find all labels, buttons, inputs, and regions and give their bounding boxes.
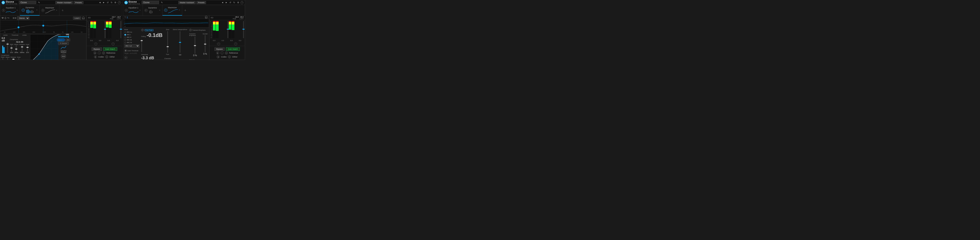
codec-icon-3[interactable]: ⊕ bbox=[216, 52, 219, 54]
presets-btn-2[interactable]: Presets bbox=[196, 1, 206, 4]
info-icon-2[interactable]: ⓘ bbox=[225, 52, 228, 54]
attack-slider-2[interactable] bbox=[7, 58, 8, 60]
redo-btn-2[interactable] bbox=[233, 1, 236, 4]
io-link-btn-r-2[interactable]: ↔ bbox=[234, 43, 237, 46]
output-fader-1[interactable] bbox=[121, 21, 121, 38]
module-eq1-close-p2[interactable]: ✕ bbox=[139, 9, 141, 11]
io-link-btn-r[interactable]: ↔ bbox=[111, 43, 115, 46]
redo-btn-1[interactable] bbox=[110, 1, 113, 4]
bypass-btn-2[interactable]: Bypass bbox=[215, 47, 225, 51]
codec-icon-1[interactable]: ⊕ bbox=[93, 52, 96, 54]
transient-slider[interactable] bbox=[194, 36, 196, 54]
output-val-r-2: 0.0 bbox=[239, 39, 241, 41]
gear-btn-1[interactable] bbox=[114, 1, 117, 4]
irc-i-option[interactable]: IRC I bbox=[124, 34, 140, 36]
true-peak-icon[interactable]: ⓘ bbox=[141, 29, 144, 32]
bypass-btn-1[interactable]: Bypass bbox=[92, 47, 102, 51]
irc-ll-option[interactable]: IRC LL bbox=[124, 31, 140, 33]
help-btn-2[interactable] bbox=[240, 1, 243, 4]
codec-ref-row-1: ⊕ ↔ ⓘ Reference bbox=[93, 52, 115, 54]
tool-icon-3[interactable]: 〜 bbox=[7, 16, 10, 20]
irc-iv-option[interactable]: IRC IV bbox=[124, 41, 140, 43]
arrow-icon-1[interactable]: ↔ bbox=[98, 52, 101, 54]
module-maximizer-close-p2[interactable]: ✕ bbox=[179, 9, 180, 11]
module-dynamics-close[interactable]: ✕ bbox=[36, 9, 38, 11]
undo-btn-2[interactable] bbox=[229, 1, 232, 4]
band1-btn[interactable]: Band 1 bbox=[57, 38, 65, 41]
transient-emphasis-icon[interactable]: ⓘ bbox=[189, 29, 192, 32]
knee-slider-2[interactable] bbox=[18, 58, 19, 60]
attack-slider-1[interactable] bbox=[16, 45, 17, 52]
module-dynamics-p2[interactable]: 2 Dynamics ✕ bbox=[143, 5, 162, 16]
headphones-icon[interactable]: 🎧 bbox=[82, 17, 85, 19]
module-maximizer-p2[interactable]: 3 Maximizer ✕ bbox=[162, 5, 182, 16]
io-link-btn-l[interactable]: ↔ bbox=[94, 43, 97, 46]
parallel-slider[interactable] bbox=[58, 36, 69, 37]
module-add-btn-2[interactable]: + bbox=[182, 5, 189, 16]
codec-icon-4[interactable]: ⊕ bbox=[216, 55, 220, 58]
edit-icon-1[interactable]: ✎ bbox=[38, 1, 40, 4]
ratio-slider-2[interactable] bbox=[2, 58, 3, 60]
irc-iii-option[interactable]: IRC III bbox=[124, 39, 140, 41]
module-eq1[interactable]: 1 Equalizer 1 ✕ bbox=[0, 5, 20, 16]
master-assistant-btn-1[interactable]: Master Assistant bbox=[56, 1, 73, 4]
nav-left-btn-2[interactable] bbox=[221, 1, 224, 4]
codec-icon-2[interactable]: ⊕ bbox=[94, 55, 97, 58]
nav-left-btn-1[interactable] bbox=[99, 1, 101, 4]
arrow-icon-2[interactable]: ↔ bbox=[221, 52, 224, 54]
help-btn-1[interactable] bbox=[118, 1, 121, 4]
gain-match-btn-1[interactable]: Gain Match bbox=[103, 47, 117, 51]
module-dynamics-close-p2[interactable]: ✕ bbox=[159, 9, 161, 11]
module-add-btn-1[interactable]: + bbox=[59, 5, 66, 16]
dither-icon-1[interactable]: ⓘ bbox=[105, 55, 108, 58]
release-slider-2[interactable] bbox=[13, 58, 14, 60]
dither-icon-2[interactable]: ⓘ bbox=[228, 55, 231, 58]
stereo-ind-slider[interactable] bbox=[180, 31, 180, 53]
speed-slider[interactable] bbox=[167, 31, 168, 53]
undo-btn-1[interactable] bbox=[106, 1, 109, 4]
presets-btn-1[interactable]: Presets bbox=[74, 1, 83, 4]
release-slider-1[interactable] bbox=[22, 45, 22, 52]
info-icon-1[interactable]: ⓘ bbox=[102, 52, 105, 54]
input-fader-1[interactable] bbox=[105, 21, 105, 38]
gain-match-btn-2[interactable]: Gain Match bbox=[226, 47, 240, 51]
learn-thresh-icon[interactable]: ◉ bbox=[124, 49, 127, 52]
threshold-slider[interactable] bbox=[7, 43, 8, 53]
bands-btn[interactable]: ⟳ Bands bbox=[58, 42, 69, 45]
ozone-logo-icon-2 bbox=[124, 1, 128, 4]
preset-input-1[interactable] bbox=[19, 1, 36, 4]
module-maximizer-close[interactable]: ✕ bbox=[56, 9, 57, 11]
input-fader-2[interactable] bbox=[228, 21, 228, 38]
wave-icon[interactable]: 〜 bbox=[124, 16, 126, 19]
meter-icon[interactable]: | bbox=[127, 16, 128, 18]
module-dynamics[interactable]: 2 Dynamics ✕ bbox=[20, 5, 40, 16]
knee-slider-1[interactable] bbox=[27, 45, 28, 52]
learn-btn-1[interactable]: Learn bbox=[73, 17, 81, 20]
edit-icon-2[interactable]: ✎ bbox=[160, 1, 163, 4]
tool-icon-2[interactable]: ⟨⟩ bbox=[5, 17, 6, 19]
headphones-icon-2[interactable]: 🎧 bbox=[205, 16, 208, 19]
svg-rect-28 bbox=[149, 11, 150, 13]
module-maximizer[interactable]: 3 Maximizer ✕ bbox=[40, 5, 59, 16]
output-fader-2[interactable] bbox=[243, 21, 244, 38]
auto-btn[interactable]: Auto bbox=[61, 54, 66, 59]
module-eq1-p2[interactable]: 1 Equalizer 1 ✕ bbox=[123, 5, 143, 16]
preset-input-2[interactable] bbox=[142, 1, 159, 4]
gear-btn-2[interactable] bbox=[237, 1, 240, 4]
stereo-dropdown[interactable]: Stereo Mid Side bbox=[17, 16, 29, 20]
ceiling-slider[interactable] bbox=[141, 39, 142, 52]
io-link-btn-l-2[interactable]: ↔ bbox=[217, 43, 220, 46]
ratio-slider-1[interactable] bbox=[11, 45, 12, 52]
irc-dropdown[interactable]: IRC I v2 bbox=[124, 44, 140, 47]
all-btn[interactable]: All bbox=[66, 38, 70, 41]
module-eq1-close[interactable]: ✕ bbox=[16, 9, 18, 11]
nav-right-btn-1[interactable] bbox=[102, 1, 105, 4]
transient-emphasis-label: Transient Emphasis bbox=[192, 29, 205, 31]
adaptive-release[interactable]: AdaptiveRelease bbox=[60, 46, 67, 53]
irc-ii-option[interactable]: IRC II bbox=[124, 36, 140, 38]
tool-icon-1[interactable]: ⚒ bbox=[2, 17, 4, 19]
link-icon[interactable]: ∞ bbox=[124, 56, 127, 59]
master-assistant-btn-2[interactable]: Master Assistant bbox=[178, 1, 196, 4]
sustain-slider[interactable] bbox=[205, 35, 205, 52]
nav-right-btn-2[interactable] bbox=[225, 1, 228, 4]
